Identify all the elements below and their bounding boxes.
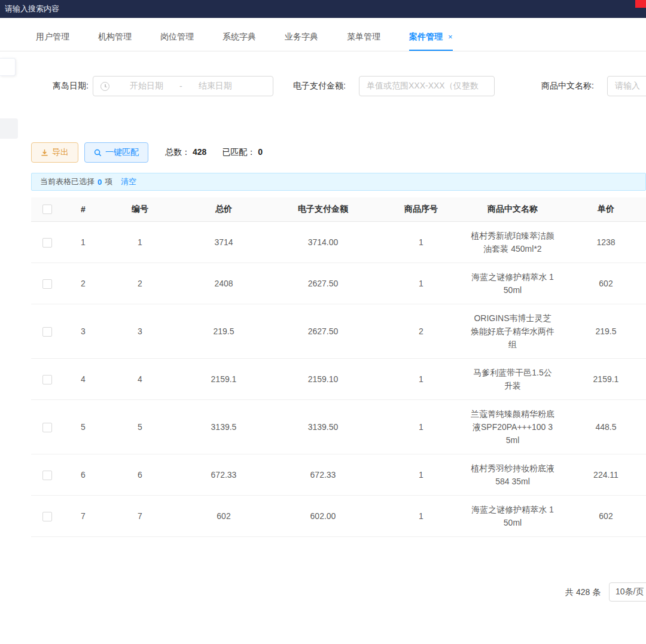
- cell-unit-price: 459.45: [559, 536, 646, 541]
- product-name-input[interactable]: 请输入: [607, 76, 646, 96]
- tab-org-mgmt[interactable]: 机构管理: [98, 24, 132, 51]
- table-row[interactable]: 8 8 1399.45 1399.45 1 卡诗菁纯亮泽经典香氛 459.45: [31, 536, 646, 541]
- cell-unit-price: 2159.1: [559, 358, 646, 399]
- selection-suffix: 项: [105, 176, 112, 187]
- cell-code: 1: [103, 221, 177, 263]
- table-row[interactable]: 1 1 3714 3714.00 1 植村秀新琥珀臻萃洁颜油套装 450ml*2…: [31, 221, 646, 263]
- cell-epay-amount: 602.00: [270, 495, 376, 536]
- tab-bar: 用户管理 机构管理 岗位管理 系统字典 业务字典 菜单管理 案件管理 ×: [0, 24, 646, 51]
- tab-business-dict[interactable]: 业务字典: [285, 24, 318, 51]
- col-header-index: #: [63, 197, 103, 221]
- side-widget: [0, 118, 18, 139]
- table-row[interactable]: 3 3 219.5 2627.50 2 ORIGINS韦博士灵芝焕能好底子精华水…: [31, 304, 646, 358]
- cell-epay-amount: 3714.00: [270, 221, 376, 263]
- cell-index: 2: [63, 263, 103, 304]
- amount-input[interactable]: 单值或范围XXX-XXX（仅整数: [359, 76, 495, 96]
- cell-product-seq: 1: [376, 495, 467, 536]
- cell-code: 2: [103, 263, 177, 304]
- selection-prefix: 当前表格已选择: [40, 176, 95, 187]
- cell-total-price: 2159.1: [177, 358, 270, 399]
- cell-epay-amount: 2627.50: [270, 263, 376, 304]
- cell-code: 5: [103, 399, 177, 454]
- cell-total-price: 3714: [177, 221, 270, 263]
- row-checkbox[interactable]: [42, 423, 52, 432]
- cell-total-price: 1399.45: [177, 536, 270, 541]
- row-checkbox[interactable]: [42, 327, 52, 337]
- page-size-select[interactable]: 10条/页: [609, 582, 646, 602]
- col-header-unit-price: 单价: [559, 197, 646, 221]
- total-label: 总数：: [165, 147, 190, 157]
- cell-product-name: ORIGINS韦博士灵芝焕能好底子精华水两件组: [467, 304, 559, 358]
- table-row[interactable]: 2 2 2408 2627.50 1 海蓝之谜修护精萃水 150ml 602: [31, 263, 646, 304]
- cell-index: 6: [63, 454, 103, 495]
- amount-filter-label: 电子支付金额:: [293, 81, 346, 91]
- clear-selection-link[interactable]: 清空: [121, 176, 136, 187]
- cell-total-price: 219.5: [177, 304, 270, 358]
- cell-unit-price: 219.5: [559, 304, 646, 358]
- cell-epay-amount: 2159.10: [270, 358, 376, 399]
- cell-index: 7: [63, 495, 103, 536]
- table-row[interactable]: 5 5 3139.5 3139.50 1 兰蔻菁纯臻颜精华粉底液SPF20PA+…: [31, 399, 646, 454]
- cell-epay-amount: 3139.50: [270, 399, 376, 454]
- cell-total-price: 2408: [177, 263, 270, 304]
- cell-unit-price: 602: [559, 495, 646, 536]
- col-header-total: 总价: [177, 197, 270, 221]
- row-checkbox[interactable]: [42, 238, 52, 248]
- data-table: # 编号 总价 电子支付金额 商品序号 商品中文名称 单价 1 1 3714 3…: [31, 197, 646, 541]
- tab-menu-mgmt[interactable]: 菜单管理: [347, 24, 380, 51]
- one-key-match-button[interactable]: 一键匹配: [84, 142, 148, 163]
- cell-product-seq: 2: [376, 304, 467, 358]
- export-button[interactable]: 导出: [31, 142, 78, 163]
- pagination-total: 共 428 条: [565, 587, 601, 598]
- cell-product-seq: 1: [376, 358, 467, 399]
- cell-total-price: 602: [177, 495, 270, 536]
- matched-label: 已匹配：: [222, 147, 255, 157]
- search-icon: [94, 149, 102, 157]
- cell-product-seq: 1: [376, 221, 467, 263]
- cell-product-name: 植村秀新琥珀臻萃洁颜油套装 450ml*2: [467, 221, 559, 263]
- col-header-code: 编号: [103, 197, 177, 221]
- cell-epay-amount: 2627.50: [270, 304, 376, 358]
- select-all-checkbox[interactable]: [42, 205, 52, 214]
- col-header-name: 商品中文名称: [467, 197, 559, 221]
- row-checkbox[interactable]: [42, 471, 52, 480]
- cell-product-name: 兰蔻菁纯臻颜精华粉底液SPF20PA+++100 35ml: [467, 399, 559, 454]
- tab-case-mgmt[interactable]: 案件管理 ×: [409, 24, 453, 51]
- cell-product-seq: 1: [376, 454, 467, 495]
- panel-collapse-handle[interactable]: [0, 58, 16, 76]
- cell-unit-price: 602: [559, 263, 646, 304]
- cell-product-seq: 1: [376, 399, 467, 454]
- matched-count: 0: [258, 147, 263, 157]
- tab-system-dict[interactable]: 系统字典: [223, 24, 256, 51]
- col-header-seq: 商品序号: [376, 197, 467, 221]
- row-checkbox[interactable]: [42, 279, 52, 289]
- cell-product-seq: 1: [376, 536, 467, 541]
- cell-product-name: 海蓝之谜修护精萃水 150ml: [467, 263, 559, 304]
- row-checkbox[interactable]: [42, 375, 52, 384]
- table-row[interactable]: 7 7 602 602.00 1 海蓝之谜修护精萃水 150ml 602: [31, 495, 646, 536]
- table-row[interactable]: 6 6 672.33 672.33 1 植村秀羽纱持妆粉底液 584 35ml …: [31, 454, 646, 495]
- cell-index: 4: [63, 358, 103, 399]
- date-range-picker[interactable]: 开始日期 - 结束日期: [93, 76, 273, 96]
- cell-product-name: 卡诗菁纯亮泽经典香氛: [467, 536, 559, 541]
- global-search-input[interactable]: 请输入搜索内容: [5, 4, 59, 14]
- topbar: 请输入搜索内容: [0, 0, 646, 18]
- cell-unit-price: 1238: [559, 221, 646, 263]
- cell-epay-amount: 672.33: [270, 454, 376, 495]
- product-filter-label: 商品中文名称:: [541, 81, 594, 91]
- selection-alert: 当前表格已选择 0 项 清空: [31, 173, 646, 191]
- close-icon[interactable]: ×: [448, 32, 453, 41]
- cell-total-price: 3139.5: [177, 399, 270, 454]
- cell-index: 8: [63, 536, 103, 541]
- date-end-placeholder: 结束日期: [199, 81, 232, 91]
- cell-code: 3: [103, 304, 177, 358]
- cell-epay-amount: 1399.45: [270, 536, 376, 541]
- tab-user-mgmt[interactable]: 用户管理: [36, 24, 69, 51]
- selection-count: 0: [97, 178, 102, 187]
- table-row[interactable]: 4 4 2159.1 2159.10 1 马爹利蓝带干邑1.5公升装 2159.…: [31, 358, 646, 399]
- tab-post-mgmt[interactable]: 岗位管理: [160, 24, 194, 51]
- col-header-epay: 电子支付金额: [270, 197, 376, 221]
- row-checkbox[interactable]: [42, 512, 52, 521]
- cell-unit-price: 448.5: [559, 399, 646, 454]
- cell-product-name: 海蓝之谜修护精萃水 150ml: [467, 495, 559, 536]
